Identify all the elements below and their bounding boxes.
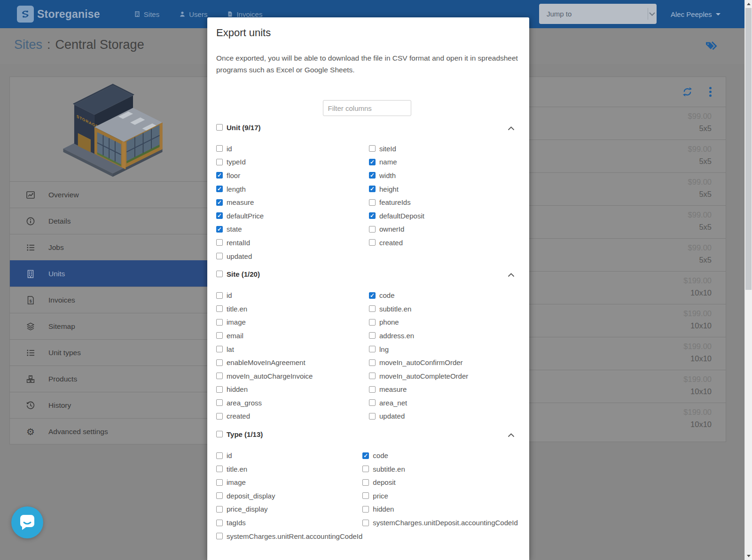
column-checkbox[interactable] (216, 292, 223, 299)
column-option[interactable]: created (216, 410, 369, 423)
column-option[interactable]: id (216, 142, 369, 156)
sidebar-item[interactable]: ⚙ Advanced settings (10, 418, 216, 444)
column-checkbox[interactable] (362, 492, 369, 499)
column-checkbox[interactable] (369, 373, 376, 379)
column-checkbox[interactable] (216, 186, 223, 192)
column-checkbox[interactable] (369, 226, 376, 233)
column-option[interactable]: phone (369, 316, 517, 329)
column-checkbox[interactable] (369, 145, 376, 152)
column-option[interactable]: length (216, 182, 369, 196)
column-option[interactable]: moveIn_autoChargeInvoice (216, 369, 369, 383)
column-checkbox[interactable] (216, 253, 223, 259)
column-checkbox[interactable] (369, 399, 376, 406)
column-checkbox[interactable] (216, 413, 223, 420)
column-option[interactable]: state (216, 223, 369, 236)
column-option[interactable]: enableMoveInAgreement (216, 356, 369, 369)
column-checkbox[interactable] (369, 172, 376, 179)
column-option[interactable]: id (216, 449, 362, 462)
column-option[interactable]: deposit (362, 475, 518, 489)
jump-to-search[interactable] (539, 4, 657, 24)
scroll-down-button[interactable] (745, 552, 752, 560)
column-checkbox[interactable] (369, 346, 376, 352)
column-checkbox[interactable] (216, 145, 223, 152)
column-checkbox[interactable] (216, 452, 223, 459)
column-option[interactable]: area_gross (216, 396, 369, 410)
column-checkbox[interactable] (216, 479, 223, 486)
column-option[interactable]: systemCharges.unitRent.accountingCodeId (216, 529, 362, 543)
column-checkbox[interactable] (362, 520, 369, 526)
sidebar-item[interactable]: Unit types (10, 339, 216, 366)
column-option[interactable]: featureIds (369, 195, 517, 209)
filter-columns-input[interactable] (323, 100, 411, 116)
column-option[interactable]: hidden (216, 383, 369, 397)
column-checkbox[interactable] (216, 373, 223, 379)
column-checkbox[interactable] (369, 199, 376, 206)
column-option[interactable]: floor (216, 169, 369, 182)
column-option[interactable]: height (369, 182, 517, 196)
sidebar-item[interactable]: Units (10, 260, 216, 287)
column-option[interactable]: email (216, 329, 369, 342)
column-option[interactable]: subtitle.en (369, 302, 517, 316)
column-option[interactable]: rentalId (216, 236, 369, 249)
collapse-chevron-icon[interactable] (508, 124, 515, 132)
column-option[interactable]: created (369, 236, 517, 249)
chat-launcher-button[interactable] (11, 506, 43, 538)
column-checkbox[interactable] (216, 239, 223, 246)
column-option[interactable]: subtitle.en (362, 462, 518, 476)
column-option[interactable]: defaultPrice (216, 209, 369, 223)
column-option[interactable]: code (369, 288, 517, 302)
column-checkbox[interactable] (216, 492, 223, 499)
column-option[interactable]: deposit_display (216, 489, 362, 503)
column-option[interactable]: title.en (216, 462, 362, 476)
scroll-up-button[interactable] (745, 0, 752, 8)
column-checkbox[interactable] (216, 319, 223, 326)
column-option[interactable]: typeId (216, 156, 369, 169)
column-option[interactable]: hidden (362, 503, 518, 516)
column-option[interactable]: address.en (369, 329, 517, 342)
column-option[interactable]: code (362, 449, 518, 462)
section-unit-checkbox[interactable] (216, 124, 223, 131)
column-checkbox[interactable] (216, 506, 223, 513)
column-option[interactable]: name (369, 156, 517, 169)
column-option[interactable]: width (369, 169, 517, 182)
kebab-menu-icon[interactable] (709, 87, 712, 97)
storeganise-logo[interactable]: Storeganise (17, 6, 100, 23)
section-type-checkbox[interactable] (216, 431, 223, 437)
navbar-item[interactable]: Users (179, 10, 207, 18)
column-option[interactable]: moveIn_autoCompleteOrder (369, 369, 517, 383)
column-checkbox[interactable] (362, 479, 369, 486)
column-checkbox[interactable] (362, 452, 369, 459)
column-option[interactable]: id (216, 288, 369, 302)
column-checkbox[interactable] (216, 212, 223, 219)
column-checkbox[interactable] (362, 466, 369, 472)
column-checkbox[interactable] (216, 359, 223, 366)
sidebar-item[interactable]: History (10, 392, 216, 418)
column-checkbox[interactable] (216, 159, 223, 165)
refresh-icon[interactable] (682, 87, 692, 97)
column-checkbox[interactable] (216, 199, 223, 206)
column-checkbox[interactable] (216, 466, 223, 472)
column-checkbox[interactable] (369, 159, 376, 165)
column-checkbox[interactable] (369, 319, 376, 326)
column-option[interactable]: lat (216, 342, 369, 356)
column-option[interactable]: title.en (216, 302, 369, 316)
column-checkbox[interactable] (216, 305, 223, 312)
column-checkbox[interactable] (369, 359, 376, 366)
column-checkbox[interactable] (216, 399, 223, 406)
user-menu[interactable]: Alec Peeples (671, 0, 721, 28)
column-checkbox[interactable] (369, 332, 376, 339)
column-checkbox[interactable] (216, 346, 223, 352)
sidebar-item[interactable]: Sitemap (10, 313, 216, 339)
scrollbar-thumb[interactable] (745, 8, 752, 290)
breadcrumb-sites-link[interactable]: Sites (14, 38, 42, 52)
column-option[interactable]: measure (369, 383, 517, 397)
tags-icon[interactable] (705, 40, 717, 53)
column-checkbox[interactable] (369, 305, 376, 312)
column-option[interactable]: systemCharges.unitDeposit.accountingCode… (362, 516, 518, 529)
column-checkbox[interactable] (216, 332, 223, 339)
sidebar-item[interactable]: Products (10, 366, 216, 392)
jump-to-chevron-icon[interactable] (648, 12, 657, 16)
column-option[interactable]: updated (216, 249, 369, 263)
column-option[interactable]: image (216, 316, 369, 329)
sidebar-item[interactable]: Overview (10, 181, 216, 208)
